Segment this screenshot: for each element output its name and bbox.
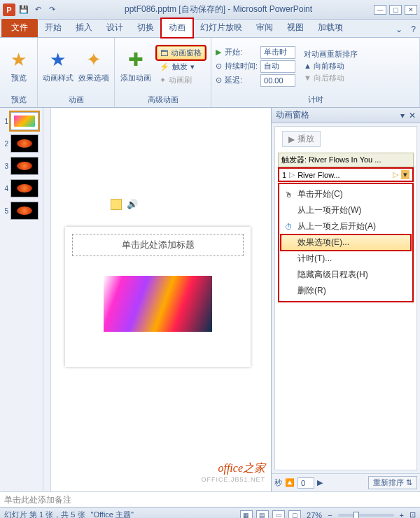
- delay-icon: ⊙: [216, 76, 222, 85]
- preview-button[interactable]: ★预览: [4, 44, 33, 89]
- item-number: 1: [282, 171, 286, 179]
- star-icon: ★: [50, 49, 66, 71]
- qat-save-icon[interactable]: 💾: [18, 4, 29, 15]
- qat-undo-icon[interactable]: ↶: [32, 4, 43, 15]
- window-title: pptF086.pptm [自动保存的] - Microsoft PowerPo…: [63, 4, 374, 15]
- tab-design[interactable]: 设计: [99, 19, 130, 37]
- ribbon-min-icon[interactable]: ⌄: [391, 22, 407, 37]
- duration-icon: ⊙: [216, 62, 222, 71]
- timeline-prev-icon[interactable]: 🔼: [285, 478, 295, 487]
- duration-label: 持续时间:: [225, 61, 258, 71]
- tab-file[interactable]: 文件: [1, 19, 38, 37]
- tab-transitions[interactable]: 切换: [130, 19, 161, 37]
- speaker-icon[interactable]: 🔊: [127, 199, 138, 209]
- menu-with-previous[interactable]: 从上一项开始(W): [281, 202, 411, 218]
- thumb-5[interactable]: 5: [3, 202, 40, 220]
- fit-icon[interactable]: ⊡: [410, 510, 416, 518]
- timing-icon: ▷: [393, 170, 398, 179]
- play-button[interactable]: ▶播放: [282, 131, 321, 147]
- menu-click-start[interactable]: 🖱单击开始(C): [281, 186, 411, 202]
- reorder-button[interactable]: 重新排序 ⇅: [368, 476, 417, 489]
- thumb-2[interactable]: 2: [3, 134, 40, 153]
- tab-home[interactable]: 开始: [38, 19, 69, 37]
- view-sorter-icon[interactable]: ▤: [256, 510, 269, 519]
- tab-animations[interactable]: 动画: [161, 18, 193, 38]
- effect-icon: ✦: [86, 49, 102, 71]
- mouse-icon: 🖱: [284, 190, 293, 199]
- chevron-down-icon: ▾: [190, 62, 195, 71]
- minimize-button[interactable]: —: [374, 5, 386, 15]
- seconds-field[interactable]: 0: [298, 477, 314, 489]
- trigger-header: 触发器: River Flows In You ...: [278, 153, 414, 167]
- tab-addins[interactable]: 加载项: [311, 19, 350, 37]
- effect-options-button[interactable]: ✦效果选项: [78, 44, 111, 89]
- pane-title: 动画窗格: [276, 109, 309, 121]
- delay-field[interactable]: 00.00: [260, 74, 295, 87]
- preview-icon: ★: [10, 49, 27, 71]
- animation-styles-button[interactable]: ★动画样式: [42, 44, 74, 89]
- timeline-next-icon[interactable]: ▶: [317, 478, 323, 487]
- sound-object-icon[interactable]: [111, 199, 122, 210]
- pane-close-icon[interactable]: ✕: [409, 111, 416, 120]
- plus-star-icon: ✚: [128, 49, 144, 71]
- context-menu: 🖱单击开始(C) 从上一项开始(W) ⏱从上一项之后开始(A) 效果选项(E).…: [278, 183, 414, 302]
- duration-field[interactable]: 自动: [260, 60, 295, 73]
- animation-painter-button[interactable]: ✦动画刷: [157, 74, 205, 86]
- status-slide: 幻灯片 第 1 张，共 5 张: [4, 510, 85, 518]
- title-placeholder[interactable]: 单击此处添加标题: [72, 234, 244, 256]
- thumb-3[interactable]: 3: [3, 157, 40, 175]
- delay-label: 延迟:: [225, 75, 258, 85]
- ruler: [43, 108, 51, 491]
- thumb-4[interactable]: 4: [3, 179, 40, 197]
- animation-pane-button[interactable]: 🗔动画窗格: [157, 46, 205, 59]
- slide-image[interactable]: [104, 276, 212, 332]
- tab-insert[interactable]: 插入: [69, 19, 99, 37]
- group-animation: 动画: [42, 93, 110, 107]
- move-later-button[interactable]: ▼ 向后移动: [304, 73, 358, 83]
- reorder-header: 对动画重新排序: [304, 49, 358, 59]
- maximize-button[interactable]: ▢: [389, 5, 402, 15]
- start-field[interactable]: 单击时: [260, 46, 295, 59]
- animation-item[interactable]: 1 ▷ River Flow... ▷ ▾: [278, 167, 414, 182]
- menu-hide-timeline[interactable]: 隐藏高级日程表(H): [281, 267, 411, 283]
- qat-redo-icon[interactable]: ↷: [46, 4, 57, 15]
- animation-pane: 动画窗格 ▾ ✕ ▶播放 触发器: River Flows In You ...…: [271, 108, 420, 491]
- view-reading-icon[interactable]: ▭: [272, 510, 285, 519]
- group-preview: 预览: [4, 93, 33, 107]
- tab-slideshow[interactable]: 幻灯片放映: [193, 19, 249, 37]
- close-button[interactable]: ✕: [405, 5, 417, 15]
- slide-thumbnails: 1 2 3 4 5: [0, 108, 43, 491]
- play-tri-icon: ▷: [289, 170, 295, 179]
- slide[interactable]: 单击此处添加标题: [65, 227, 251, 367]
- trigger-button[interactable]: ⚡触发 ▾: [157, 61, 205, 73]
- view-slideshow-icon[interactable]: ▢: [288, 510, 301, 519]
- status-theme: "Office 主题": [91, 510, 134, 518]
- item-dropdown-icon[interactable]: ▾: [401, 170, 410, 179]
- view-normal-icon[interactable]: ▦: [240, 510, 253, 519]
- watermark: office之家 OFFICE.JB51.NET: [201, 461, 265, 483]
- zoom-in-icon[interactable]: +: [400, 511, 404, 519]
- menu-remove[interactable]: 删除(R): [281, 283, 411, 299]
- menu-effect-options[interactable]: 效果选项(E)...: [281, 234, 411, 251]
- menu-timing[interactable]: 计时(T)...: [281, 251, 411, 267]
- play-icon: ▶: [288, 134, 295, 144]
- app-icon: P: [3, 4, 15, 16]
- item-name: River Flow...: [298, 171, 340, 179]
- slide-canvas[interactable]: 🔊 单击此处添加标题 office之家 OFFICE.JB51.NET: [51, 108, 271, 491]
- thumb-1[interactable]: 1: [3, 112, 40, 130]
- clock-icon: ⏱: [284, 223, 293, 231]
- help-icon[interactable]: ?: [407, 22, 420, 37]
- zoom-slider[interactable]: [338, 514, 394, 517]
- notes-placeholder[interactable]: 单击此处添加备注: [0, 491, 420, 507]
- pane-icon: 🗔: [160, 49, 168, 57]
- start-label: 开始:: [225, 47, 258, 57]
- tab-view[interactable]: 视图: [280, 19, 311, 37]
- zoom-out-icon[interactable]: −: [328, 511, 332, 519]
- zoom-value[interactable]: 27%: [307, 511, 322, 519]
- start-icon: ▶: [216, 48, 222, 57]
- pane-menu-icon[interactable]: ▾: [400, 111, 405, 120]
- move-earlier-button[interactable]: ▲ 向前移动: [304, 61, 358, 71]
- add-animation-button[interactable]: ✚添加动画: [119, 44, 153, 89]
- menu-after-previous[interactable]: ⏱从上一项之后开始(A): [281, 218, 411, 234]
- tab-review[interactable]: 审阅: [249, 19, 280, 37]
